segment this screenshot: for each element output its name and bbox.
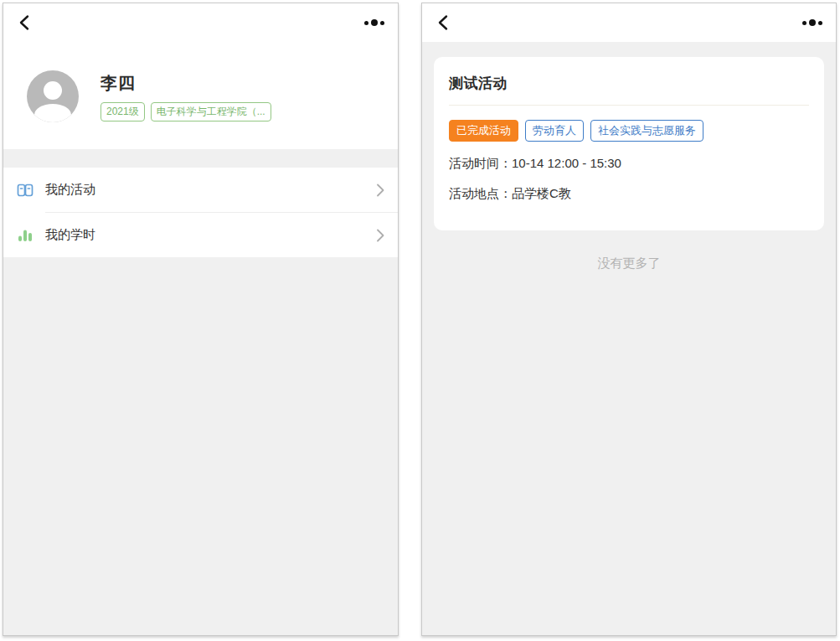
activity-time-field: 活动时间：10-14 12:00 - 15:30	[449, 156, 809, 172]
field-value: 品学楼C教	[512, 186, 571, 200]
activity-card[interactable]: 测试活动 已完成活动 劳动育人 社会实践与志愿服务 活动时间：10-14 12:…	[434, 57, 824, 230]
profile-header: 李四 2021级 电子科学与工程学院（...	[3, 42, 398, 149]
navbar-right	[422, 3, 836, 42]
empty-background	[3, 257, 398, 635]
card-divider	[449, 105, 809, 106]
menu-list: 我的活动 我的学时	[3, 168, 398, 257]
book-icon	[17, 182, 33, 199]
dot-icon	[802, 21, 807, 25]
back-button[interactable]	[17, 13, 37, 33]
activity-list: 测试活动 已完成活动 劳动育人 社会实践与志愿服务 活动时间：10-14 12:…	[422, 42, 836, 635]
grade-badge: 2021级	[100, 102, 145, 121]
profile-info: 李四 2021级 电子科学与工程学院（...	[100, 70, 271, 121]
chevron-right-icon	[376, 184, 384, 197]
field-label: 活动时间：	[449, 156, 512, 170]
field-label: 活动地点：	[449, 186, 512, 200]
screenshot-stage: 李四 2021级 电子科学与工程学院（... 我的活动	[0, 0, 840, 641]
profile-screen: 李四 2021级 电子科学与工程学院（... 我的活动	[3, 3, 399, 636]
dot-icon	[809, 19, 816, 26]
avatar-body-shape	[34, 104, 71, 122]
category-badge-volunteer: 社会实践与志愿服务	[590, 120, 703, 142]
back-chevron-icon	[17, 14, 33, 31]
back-chevron-icon	[435, 14, 452, 31]
activity-title: 测试活动	[449, 74, 809, 93]
back-button[interactable]	[435, 13, 456, 33]
activity-location-field: 活动地点：品学楼C教	[449, 186, 809, 202]
menu-item-label: 我的学时	[45, 227, 95, 243]
tag-row: 已完成活动 劳动育人 社会实践与志愿服务	[449, 120, 809, 142]
menu-item-my-hours[interactable]: 我的学时	[3, 213, 398, 257]
category-badge-labor: 劳动育人	[525, 120, 584, 142]
dot-icon	[380, 21, 384, 25]
bar-chart-icon	[17, 227, 33, 244]
avatar[interactable]	[27, 70, 79, 122]
navbar-left	[3, 3, 398, 42]
more-menu-button[interactable]	[364, 16, 384, 29]
activity-screen: 测试活动 已完成活动 劳动育人 社会实践与志愿服务 活动时间：10-14 12:…	[421, 3, 837, 636]
more-menu-button[interactable]	[802, 16, 822, 29]
menu-item-my-activities[interactable]: 我的活动	[3, 168, 398, 212]
user-name: 李四	[100, 72, 271, 95]
dot-icon	[371, 19, 378, 26]
badge-row: 2021级 电子科学与工程学院（...	[100, 102, 271, 121]
field-value: 10-14 12:00 - 15:30	[512, 156, 621, 170]
dot-icon	[818, 21, 822, 25]
avatar-head-shape	[44, 81, 62, 100]
section-gap	[3, 149, 398, 168]
menu-item-label: 我的活动	[45, 182, 95, 198]
college-badge: 电子科学与工程学院（...	[151, 102, 271, 121]
status-badge-completed: 已完成活动	[449, 120, 518, 142]
no-more-text: 没有更多了	[434, 256, 824, 271]
chevron-right-icon	[376, 229, 384, 242]
dot-icon	[364, 21, 368, 25]
